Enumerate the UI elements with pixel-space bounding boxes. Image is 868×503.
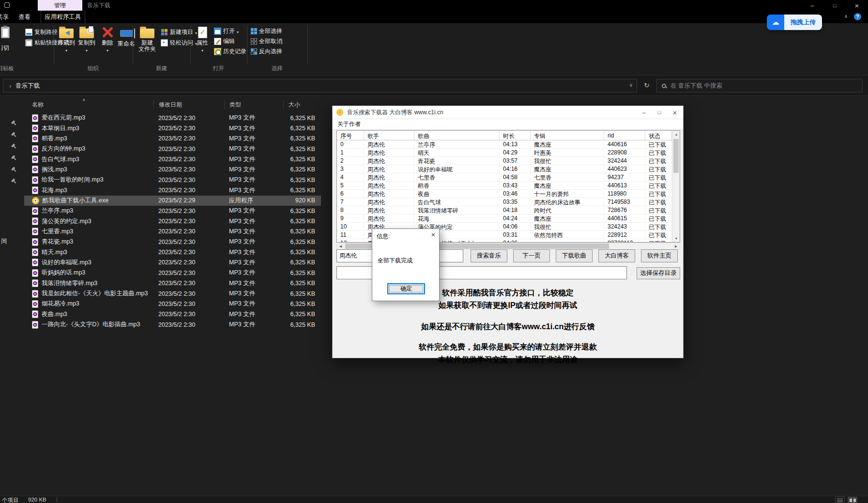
- song-row[interactable]: 0 周杰伦 兰亭序 04:13 魔杰座 440616 已下载: [337, 140, 672, 149]
- new-item-icon: [161, 29, 168, 36]
- song-row[interactable]: 1 周杰伦 晴天 04:29 叶惠美 228908 已下载: [337, 149, 672, 157]
- scrollbar-thumb[interactable]: [673, 139, 679, 173]
- action-button[interactable]: 搜索音乐: [471, 249, 507, 262]
- action-button[interactable]: 大白博客: [598, 249, 635, 262]
- copy-to-button[interactable]: 复制到: [76, 25, 97, 53]
- edit-button[interactable]: 编辑: [214, 37, 235, 46]
- file-row[interactable]: 七里香.mp3 2023/5/2 2:30 MP3 文件 6,325 KB: [24, 227, 321, 237]
- tab-share[interactable]: 共享: [0, 11, 9, 23]
- file-type-cell: MP3 文件: [224, 238, 283, 246]
- scroll-left-icon[interactable]: [337, 243, 344, 249]
- song-row[interactable]: 7 周杰伦 告白气球 03:35 周杰伦的床边故事 7149583 已下载: [337, 198, 672, 206]
- song-row[interactable]: 4 周杰伦 七里香 04:58 七里香 94237 已下载: [337, 173, 672, 182]
- scroll-up-icon[interactable]: [672, 131, 680, 138]
- column-header-size[interactable]: 大小: [283, 100, 321, 109]
- select-all-button[interactable]: 全部选择: [251, 27, 282, 35]
- column-header-name[interactable]: 名称: [24, 100, 153, 109]
- downloader-maximize-button[interactable]: [651, 106, 668, 119]
- song-row[interactable]: 5 周杰伦 稻香 03:43 魔杰座 440613 已下载: [337, 182, 672, 190]
- table-vertical-scrollbar[interactable]: [672, 131, 680, 242]
- song-column-header[interactable]: 状态: [645, 131, 671, 140]
- minimize-button[interactable]: [801, 0, 823, 11]
- easy-access-button[interactable]: 轻松访问: [161, 39, 197, 47]
- file-row[interactable]: 本草纲目.mp3 2023/5/2 2:30 MP3 文件 6,325 KB: [24, 123, 321, 133]
- file-row[interactable]: 告白气球.mp3 2023/5/2 2:30 MP3 文件 6,325 KB: [24, 154, 321, 164]
- file-row[interactable]: 我落泪情绪零碎.mp3 2023/5/2 2:30 MP3 文件 6,325 K…: [24, 278, 321, 289]
- action-button[interactable]: 软件主页: [641, 249, 678, 262]
- file-date-cell: 2023/5/2 2:30: [153, 290, 224, 297]
- file-row[interactable]: 晴天.mp3 2023/5/2 2:30 MP3 文件 6,325 KB: [24, 247, 321, 257]
- column-header-date[interactable]: 修改日期: [153, 100, 224, 109]
- song-row[interactable]: 8 周杰伦 我落泪情绪零碎 04:18 跨时代 728676 已下载: [337, 206, 672, 214]
- file-row[interactable]: 说好的幸福呢.mp3 2023/5/2 2:30 MP3 文件 6,325 KB: [24, 258, 321, 268]
- file-row[interactable]: 花海.mp3 2023/5/2 2:30 MP3 文件 6,325 KB: [24, 185, 321, 195]
- delete-button[interactable]: 删除: [99, 25, 116, 53]
- move-to-button[interactable]: 移动到: [56, 25, 76, 53]
- song-artist-cell: 周杰伦: [364, 182, 414, 189]
- help-icon[interactable]: [854, 13, 861, 20]
- paste-button[interactable]: 剪切: [0, 25, 14, 51]
- file-row[interactable]: 反方向的钟.mp3 2023/5/2 2:30 MP3 文件 6,325 KB: [24, 144, 321, 154]
- file-row[interactable]: 我是如此相信-《天火》电影主题曲.mp3 2023/5/2 2:30 MP3 文…: [24, 289, 321, 299]
- invert-selection-button[interactable]: 反向选择: [251, 47, 282, 56]
- song-column-header[interactable]: 时长: [500, 131, 531, 140]
- search-input[interactable]: 在 音乐下载 中搜索: [656, 79, 863, 92]
- file-row[interactable]: 烟花易冷.mp3 2023/5/2 2:30 MP3 文件 6,325 KB: [24, 299, 321, 309]
- downloader-close-button[interactable]: [667, 106, 683, 119]
- song-row[interactable]: 2 周杰伦 青花瓷 03:57 我很忙 324244 已下载: [337, 157, 672, 165]
- maximize-button[interactable]: [823, 0, 846, 11]
- tab-manage[interactable]: 管理: [38, 0, 82, 11]
- song-column-header[interactable]: 歌手: [364, 131, 414, 140]
- quick-access-icon[interactable]: [4, 2, 10, 8]
- file-row[interactable]: 搁浅.mp3 2023/5/2 2:30 MP3 文件 6,325 KB: [24, 165, 321, 175]
- tab-view[interactable]: 查看: [18, 11, 30, 23]
- collapse-ribbon-icon[interactable]: [844, 14, 848, 19]
- scroll-down-icon[interactable]: [672, 235, 680, 242]
- file-row[interactable]: 酷我歌曲下载小工具.exe 2023/5/2 2:29 应用程序 920 KB: [24, 196, 321, 206]
- song-column-header[interactable]: rid: [604, 131, 645, 140]
- action-button[interactable]: 下一页: [513, 249, 550, 262]
- choose-save-directory-button[interactable]: 选择保存目录: [637, 267, 680, 279]
- menu-about-author[interactable]: 关于作者: [333, 119, 683, 130]
- action-button[interactable]: 下载歌曲: [556, 249, 593, 262]
- select-none-button[interactable]: 全部取消: [251, 37, 282, 46]
- file-row[interactable]: 给我一首歌的时间.mp3 2023/5/2 2:30 MP3 文件 6,325 …: [24, 175, 321, 185]
- scroll-right-icon[interactable]: [672, 243, 680, 249]
- song-column-header[interactable]: 专辑: [531, 131, 604, 140]
- new-folder-button[interactable]: 新建文件夹: [136, 25, 159, 52]
- refresh-icon[interactable]: [644, 82, 650, 89]
- nav-item-fragment[interactable]: 间: [1, 237, 7, 245]
- address-dropdown-icon[interactable]: [629, 82, 633, 88]
- file-row[interactable]: 夜曲.mp3 2023/5/2 2:30 MP3 文件 6,325 KB: [24, 309, 321, 320]
- file-row[interactable]: 青花瓷.mp3 2023/5/2 2:30 MP3 文件 6,325 KB: [24, 237, 321, 247]
- rename-button[interactable]: 重命名: [116, 25, 137, 47]
- file-row[interactable]: 蒲公英的约定.mp3 2023/5/2 2:30 MP3 文件 6,325 KB: [24, 216, 321, 226]
- open-button[interactable]: 打开: [214, 27, 239, 35]
- history-button[interactable]: 历史记录: [214, 47, 246, 56]
- song-rid-cell: 228908: [604, 149, 645, 156]
- song-column-header[interactable]: 序号: [337, 131, 364, 140]
- thumbnail-view-icon[interactable]: [848, 497, 857, 503]
- song-row[interactable]: 6 周杰伦 夜曲 03:46 十一月的萧邦 118980 已下载: [337, 190, 672, 198]
- dialog-close-icon[interactable]: [431, 231, 435, 239]
- tab-app-tools[interactable]: 应用程序工具: [41, 11, 85, 23]
- drag-upload-button[interactable]: 拖拽上传: [767, 15, 822, 30]
- song-title-cell: 说好的幸福呢: [414, 165, 500, 173]
- new-item-button[interactable]: 新建项目: [161, 28, 197, 36]
- song-column-header[interactable]: 歌曲: [414, 131, 500, 140]
- downloader-minimize-button[interactable]: [636, 106, 652, 119]
- file-row[interactable]: 稻香.mp3 2023/5/2 2:30 MP3 文件 6,325 KB: [24, 134, 321, 144]
- file-row[interactable]: 一路向北-《头文字D》电影插曲.mp3 2023/5/2 2:30 MP3 文件…: [24, 320, 321, 330]
- song-row[interactable]: 3 周杰伦 说好的幸福呢 04:16 魔杰座 440623 已下载: [337, 165, 672, 173]
- file-row[interactable]: 爱在西元前.mp3 2023/5/2 2:30 MP3 文件 6,325 KB: [24, 113, 321, 123]
- copy-path-button[interactable]: 复制路径: [25, 28, 58, 36]
- dialog-ok-button[interactable]: 确定: [387, 283, 425, 294]
- properties-button[interactable]: 属性: [193, 25, 212, 53]
- close-button[interactable]: [846, 0, 868, 11]
- file-row[interactable]: 听妈妈的话.mp3 2023/5/2 2:30 MP3 文件 6,325 KB: [24, 268, 321, 278]
- column-header-type[interactable]: 类型: [224, 100, 283, 109]
- file-row[interactable]: 兰亭序.mp3 2023/5/2 2:30 MP3 文件 6,325 KB: [24, 206, 321, 216]
- details-view-icon[interactable]: [835, 497, 845, 503]
- song-row[interactable]: 9 周杰伦 花海 04:24 魔杰座 440615 已下载: [337, 214, 672, 223]
- address-input[interactable]: 音乐下载: [3, 79, 637, 92]
